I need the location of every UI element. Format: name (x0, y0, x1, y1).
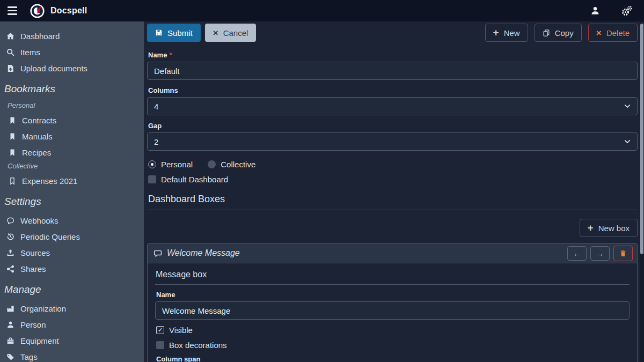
bookmark-outline-icon (9, 177, 16, 185)
history-icon (6, 233, 14, 241)
box-body: Message box Name ✓ Visible Box decoratio… (148, 263, 637, 362)
chevron-down-icon (624, 103, 631, 109)
required-asterisk: * (169, 51, 172, 59)
sidebar-bookmark-contracts[interactable]: Contracts (0, 112, 144, 128)
name-input[interactable] (147, 62, 638, 80)
tag-icon (6, 353, 14, 361)
new-box-button[interactable]: + New box (580, 219, 638, 237)
default-dashboard-label: Default Dashboard (161, 175, 228, 184)
box-decorations-row: Box decorations (156, 338, 628, 352)
visible-row: ✓ Visible (156, 323, 628, 337)
plus-icon: + (493, 27, 499, 38)
sidebar-bookmark-manuals[interactable]: Manuals (0, 128, 144, 144)
plus-icon: + (588, 223, 594, 233)
person-icon (6, 321, 14, 329)
delete-button[interactable]: × Delete (588, 24, 638, 42)
bookmark-icon (9, 149, 16, 157)
move-box-left-button[interactable]: ← (567, 246, 587, 261)
sidebar-item-sources[interactable]: Sources (0, 245, 144, 261)
visible-label: Visible (169, 326, 193, 335)
columns-select[interactable]: 4 (147, 97, 638, 115)
hamburger-menu-icon[interactable] (6, 4, 18, 17)
chevron-down-icon (624, 138, 631, 145)
form-toolbar: Submit × Cancel + New Copy × Delete (147, 24, 638, 42)
sidebar-item-periodic-queries[interactable]: Periodic Queries (0, 228, 144, 245)
file-upload-icon (6, 64, 14, 72)
move-box-right-button[interactable]: → (590, 246, 610, 261)
box-decorations-label: Box decorations (169, 341, 227, 350)
x-icon: × (596, 28, 602, 38)
settings-heading: Settings (0, 189, 144, 212)
sidebar-item-shares[interactable]: Shares (0, 261, 144, 277)
name-label: Name* (148, 51, 638, 59)
sidebar-item-upload-documents[interactable]: Upload documents (0, 60, 144, 76)
manage-heading: Manage (0, 277, 144, 300)
sidebar-item-tags[interactable]: Tags (0, 349, 144, 362)
box-type-label: Message box (155, 267, 630, 285)
save-icon (155, 29, 163, 36)
bookmarks-collective-label: Collective (0, 160, 144, 173)
check-icon: ✓ (158, 327, 163, 333)
default-dashboard-row: Default Dashboard (148, 172, 636, 186)
share-icon (6, 265, 14, 273)
personal-radio-label: Personal (161, 160, 193, 169)
bookmark-icon (9, 116, 16, 124)
sidebar-item-items[interactable]: Items (0, 44, 144, 60)
arrow-left-icon: ← (573, 249, 581, 258)
box-title: Welcome Message (167, 248, 240, 258)
visible-checkbox[interactable]: ✓ (156, 326, 164, 334)
sidebar-item-dashboard[interactable]: Dasbhoard (0, 28, 144, 44)
upload-icon (6, 249, 14, 257)
copy-button[interactable]: Copy (535, 24, 582, 42)
default-dashboard-checkbox[interactable] (148, 175, 156, 183)
sidebar-item-equipment[interactable]: Equipment (0, 333, 144, 349)
dashboard-box-welcome-message: Welcome Message ← → Message box Name ✓ V… (147, 243, 638, 362)
sidebar: Dasbhoard Items Upload documents Bookmar… (0, 21, 144, 362)
topbar: Docspell (0, 0, 644, 21)
bookmarks-heading: Bookmarks (0, 76, 144, 100)
personal-radio[interactable] (148, 160, 156, 168)
bookmark-icon (9, 132, 16, 141)
box-decorations-checkbox[interactable] (156, 341, 164, 349)
delete-box-button[interactable] (613, 246, 633, 261)
sidebar-item-organization[interactable]: Organization (0, 300, 144, 316)
collective-radio-label: Collective (221, 160, 255, 169)
organization-icon (6, 305, 14, 313)
x-icon: × (213, 28, 218, 38)
app-title: Docspell (50, 6, 87, 16)
equipment-icon (6, 337, 14, 345)
trash-icon (619, 249, 627, 257)
docspell-logo-icon (30, 4, 45, 18)
sidebar-item-webhooks[interactable]: Webhooks (0, 212, 144, 228)
message-icon (153, 249, 162, 257)
column-span-label: Column span (156, 355, 630, 362)
settings-gears-icon[interactable] (621, 6, 632, 16)
columns-label: Columns (148, 86, 638, 94)
scope-radio-row: Personal Collective (148, 157, 636, 171)
arrow-right-icon: → (596, 249, 604, 258)
user-account-icon[interactable] (590, 6, 600, 16)
submit-button[interactable]: Submit (147, 24, 201, 42)
cancel-button[interactable]: × Cancel (205, 24, 257, 42)
bookmarks-personal-label: Personal (0, 100, 144, 112)
dashboard-boxes-heading: Dashboard Boxes (147, 186, 638, 210)
box-header: Welcome Message ← → (148, 243, 637, 263)
sidebar-bookmark-recipes[interactable]: Recipes (0, 144, 144, 160)
home-icon (6, 32, 14, 40)
new-button[interactable]: + New (485, 24, 528, 42)
box-name-input[interactable] (155, 301, 630, 320)
search-icon (6, 48, 14, 56)
gap-label: Gap (148, 122, 638, 130)
copy-icon (543, 29, 550, 37)
gap-select[interactable]: 2 (147, 132, 638, 151)
scrollbar-thumb[interactable] (640, 24, 643, 254)
sidebar-item-person[interactable]: Person (0, 316, 144, 333)
collective-radio[interactable] (208, 160, 216, 168)
comment-icon (6, 217, 14, 225)
box-name-label: Name (156, 291, 630, 299)
dashboard-edit-form: Submit × Cancel + New Copy × Delete (144, 21, 644, 362)
sidebar-bookmark-expenses-2021[interactable]: Expenses 2021 (0, 173, 144, 189)
